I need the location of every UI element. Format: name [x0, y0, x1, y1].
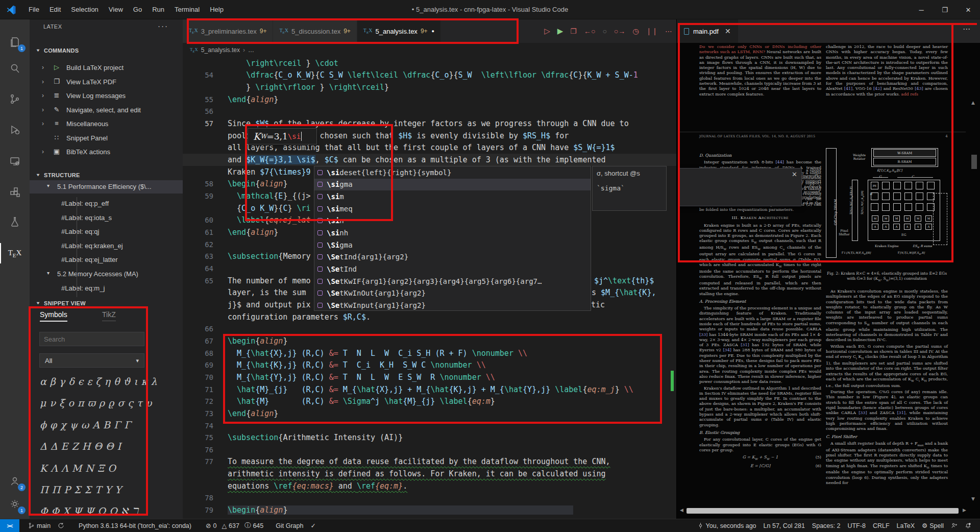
code-line-70[interactable]: 70 M_{\hat{Y},j} (R,C) &= T N L W E S_W …: [183, 371, 676, 383]
menu-view[interactable]: View: [104, 3, 128, 16]
symbol-row-4[interactable]: Δ Δ E Z H Θ Θ I: [40, 441, 157, 462]
command-miscellaneous[interactable]: ›≡Miscellaneous: [30, 117, 183, 131]
suggestion-sigma[interactable]: \Sigma: [314, 239, 591, 251]
view-pdf-icon[interactable]: ❐: [570, 27, 577, 35]
language-mode[interactable]: LaTeX: [893, 520, 918, 531]
problems-indicator[interactable]: ⊘0 △637 ⓘ645: [202, 520, 267, 531]
code-line-72[interactable]: 72 \hat{M} (R,C) &= \Sigma^j \hat{M}_{j}…: [183, 395, 676, 407]
search-icon[interactable]: [0, 56, 30, 81]
sync-icon[interactable]: [54, 520, 68, 531]
menu-go[interactable]: Go: [128, 3, 147, 16]
testing-icon[interactable]: [0, 209, 30, 234]
symbol-row-7[interactable]: Φ Φ X Ψ Ψ Ω Ω ℵ ℶ: [40, 505, 157, 519]
structure-item-label-eq-p-eff[interactable]: #Label: eq:p_eff: [30, 197, 183, 210]
last-commit-info[interactable]: You, seconds ago: [694, 520, 760, 531]
code-line-71[interactable]: 71 \hat{M}_{j} (R,C) &= M_{\hat{X},j} + …: [183, 383, 676, 396]
scroll-left-icon[interactable]: ◀: [680, 507, 683, 513]
tab-symbols[interactable]: Symbols: [40, 310, 67, 322]
command-view-latex-pdf[interactable]: ›❐View LaTeX PDF: [30, 76, 183, 89]
menu-selection[interactable]: Selection: [66, 3, 103, 16]
cursor-position[interactable]: Ln 57, Col 281: [760, 520, 808, 531]
indentation[interactable]: Spaces: 2: [808, 520, 844, 531]
tab-3-preliminaries-tex[interactable]: TEX3_preliminaries.tex9+: [183, 19, 273, 43]
code-line-78[interactable]: 78: [183, 492, 676, 504]
suggestion-sim[interactable]: \sim: [314, 190, 591, 203]
code-line-74[interactable]: 74: [183, 420, 676, 432]
close-icon[interactable]: ✕: [792, 171, 797, 178]
code-line-56[interactable]: 56: [183, 106, 676, 118]
sidebar-more-icon[interactable]: ···: [158, 21, 168, 30]
code-line[interactable]: \right\rceil } \cdot: [183, 57, 676, 69]
code-line-79[interactable]: 79\begin{align}: [183, 504, 676, 516]
structure-item-label-eq-ej-latter[interactable]: #Label: eq:ej_latter: [30, 253, 183, 267]
timeline-icon[interactable]: ◷: [632, 27, 639, 35]
encoding[interactable]: UTF-8: [844, 520, 869, 531]
close-tab-icon[interactable]: ✕: [725, 27, 731, 35]
sync-from-pdf-icon[interactable]: ○: [602, 27, 606, 35]
code-line-73[interactable]: 73\end{align}: [183, 407, 676, 420]
back-icon[interactable]: ←○: [584, 27, 595, 35]
suggestion-sigma[interactable]: \sigma: [314, 179, 591, 191]
forward-icon[interactable]: ○→: [614, 27, 625, 35]
tab-tikz[interactable]: TikZ: [102, 310, 116, 321]
symbol-search-input[interactable]: [39, 332, 144, 346]
feedback-icon[interactable]: [947, 520, 961, 531]
split-editor-icon[interactable]: ❘❘: [646, 27, 658, 35]
notifications-bell-icon[interactable]: [961, 520, 975, 531]
code-line-69[interactable]: 69 M_{\hat{K},j} (R,C) &= T C_i K_H S_W …: [183, 359, 676, 371]
command-snippet-panel[interactable]: ∷Snippet Panel: [30, 132, 183, 145]
code-line[interactable]: equations \ref{eq:macs} and \ref{eq:m}.: [183, 480, 676, 492]
pdf-document[interactable]: Do we consider only CNNs or DNNs includi…: [677, 43, 980, 519]
structure-item-5-2-memory-accesses-ma[interactable]: ▾5.2 Memory Accesses (MA): [30, 268, 183, 281]
python-interpreter[interactable]: Python 3.6.13 64-bit ('torch_eia': conda…: [75, 520, 195, 531]
suggestion-setkwinout-ar[interactable]: \SetKwInOut{arg1}{arg2}: [314, 287, 591, 300]
remote-indicator[interactable]: ><: [0, 519, 19, 532]
pdf-more-actions-icon[interactable]: ⋯: [963, 25, 971, 34]
tab-5-analysis-tex[interactable]: TEX5_analysis.tex9+●: [357, 19, 441, 43]
breadcrumb[interactable]: TEX 5_analysis.tex › …: [183, 43, 676, 57]
symbol-row-6[interactable]: Π Π P Σ Σ T Υ Υ: [40, 484, 157, 505]
suggestion-setind[interactable]: \SetInd: [314, 263, 591, 275]
accounts-icon[interactable]: 2: [0, 469, 30, 493]
command-navigate-select-and-edit[interactable]: ›✎Navigate, select, and edit: [30, 104, 183, 117]
code-line-77[interactable]: 77To measure the degree of data reuse fa…: [183, 456, 676, 468]
structure-item-label-eq-qj[interactable]: #Label: eq:qj: [30, 225, 183, 238]
pdf-horizontal-scrollbar[interactable]: [687, 508, 959, 514]
tab-main-pdf[interactable]: main.pdf ✕: [677, 19, 738, 43]
branch-indicator[interactable]: main: [24, 520, 54, 531]
symbol-row-1[interactable]: α β γ δ ϵ ε ζ η θ ϑ ι κ λ: [40, 376, 157, 397]
suggestion-setkwif-arg1[interactable]: \SetKwIF{arg1}{arg2}{arg3}{arg4}{arg5}{a…: [314, 275, 591, 287]
symbol-row-3[interactable]: ϕ φ χ ψ ω A B Γ Γ: [40, 419, 157, 441]
suggestion-sideset-left[interactable]: \sideset{left}{right}{symbol}: [314, 166, 591, 179]
tab-5-discussion-tex[interactable]: TEX5_discussion.tex9+: [273, 19, 357, 43]
code-line[interactable]: and $K_W{=}3,1 \si$, $C$ can be chosen a…: [183, 154, 676, 166]
explorer-icon[interactable]: 1: [0, 30, 30, 54]
menu-file[interactable]: File: [23, 3, 44, 16]
eol-sequence[interactable]: CRLF: [869, 520, 893, 531]
structure-item-5-1-performance-efficiency[interactable]: ▾5.1 Performance Efficiency ($\...: [30, 180, 183, 194]
menu-help[interactable]: Help: [205, 3, 229, 16]
symbol-row-2[interactable]: μ ν ξ ο π ϖ ρ ϱ σ ς τ υ: [40, 397, 157, 419]
symbol-filter-dropdown[interactable]: All ▾: [39, 353, 144, 368]
code-line-75[interactable]: 75\subsection{Arithmetic Intensity (AI)}: [183, 431, 676, 444]
structure-item-label-eq-m-j[interactable]: #Label: eq:m_j: [30, 282, 183, 295]
build-run-icon[interactable]: ▶: [557, 27, 564, 36]
code-line[interactable]: configuration parameters $R,C$.: [183, 311, 676, 323]
suggestion-sin[interactable]: \sin: [314, 215, 591, 227]
commands-section-header[interactable]: ▾ COMMANDS: [30, 46, 183, 57]
code-line-54[interactable]: 54 \dfrac{C_o K_W}{C S_W \left\lceil \df…: [183, 69, 676, 82]
source-control-icon[interactable]: [0, 87, 30, 111]
spell-checker[interactable]: ⚙Spell: [918, 520, 947, 531]
menu-edit[interactable]: Edit: [44, 3, 66, 16]
code-line-67[interactable]: 67\begin{align}: [183, 335, 676, 347]
command-build-latex-project[interactable]: ›▷Build LaTeX project: [30, 61, 183, 75]
suggestion-setind-arg1[interactable]: \SetInd{arg1}{arg2}: [314, 251, 591, 263]
symbol-row-5[interactable]: K Λ Λ M N Ξ O: [40, 463, 157, 484]
extensions-icon[interactable]: [0, 180, 30, 204]
suggestion-sinh[interactable]: \sinh: [314, 227, 591, 239]
snippet-section-header[interactable]: ▾ SNIPPET VIEW: [30, 299, 183, 310]
pdf-vertical-scrollbar[interactable]: [971, 155, 977, 169]
menu-terminal[interactable]: Terminal: [169, 3, 205, 16]
restore-button[interactable]: ❐: [933, 0, 957, 19]
scroll-right-icon[interactable]: ▶: [963, 507, 966, 513]
